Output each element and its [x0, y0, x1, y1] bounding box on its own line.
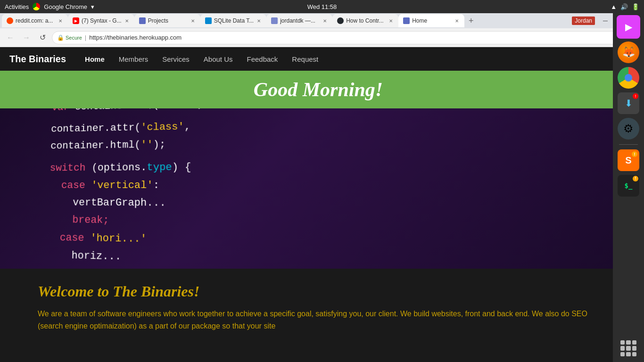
youtube-favicon: ▶: [73, 17, 79, 24]
tab-github[interactable]: How to Contr... ✕: [332, 14, 398, 27]
clock: Wed 11:58: [307, 3, 337, 10]
secure-text: Secure: [66, 35, 82, 41]
welcome-title: Welcome to The Binaries!: [38, 283, 599, 300]
nav-members[interactable]: Members: [119, 55, 149, 63]
website-content: The Binaries Home Members Services About…: [0, 47, 636, 362]
tab-jordan-label: jordantdk —...: [280, 17, 320, 24]
tab-home[interactable]: Home ✕: [398, 14, 464, 27]
tab-sqlite-close[interactable]: ✕: [256, 17, 262, 25]
tab-sqlite-label: SQLite Data T...: [214, 17, 254, 24]
tab-jordan[interactable]: jordantdk —... ✕: [266, 14, 332, 27]
hero-greeting: Good Morning!: [254, 78, 383, 101]
battery-icon: 🔋: [632, 3, 639, 10]
nav-request[interactable]: Request: [292, 55, 318, 63]
user-profile[interactable]: Jordan: [572, 16, 595, 25]
tab-jordan-close[interactable]: ✕: [322, 17, 328, 25]
tab-projects[interactable]: Projects ✕: [134, 14, 200, 27]
dock-app-grid[interactable]: [617, 337, 640, 360]
site-navbar: The Binaries Home Members Services About…: [0, 47, 636, 71]
nav-about[interactable]: About Us: [204, 55, 233, 63]
jordan-favicon: [271, 17, 278, 24]
tab-reddit-label: reddit.com: a...: [16, 17, 55, 24]
tab-projects-label: Projects: [148, 17, 188, 24]
welcome-text: We are a team of software engineers who …: [38, 308, 599, 332]
code-display: var container = $('#...') container.attr…: [46, 108, 206, 269]
app-name-label: Google Chrome: [44, 3, 87, 10]
grid-icon: [618, 337, 639, 359]
hero-banner: Good Morning!: [0, 71, 636, 108]
lock-icon: 🔒: [57, 34, 64, 41]
welcome-section: Welcome to The Binaries! We are a team o…: [0, 269, 636, 362]
tab-github-close[interactable]: ✕: [388, 17, 394, 25]
code-section: var container = $('#...') container.attr…: [0, 108, 636, 269]
tab-bar: reddit.com: a... ✕ ▶ (7) Syntax - G... ✕…: [0, 13, 644, 28]
site-brand[interactable]: The Binaries: [9, 54, 66, 65]
reload-button[interactable]: ↺: [36, 31, 49, 44]
volume-icon: 🔊: [620, 3, 628, 10]
tab-sqlite[interactable]: SQLite Data T... ✕: [200, 14, 267, 27]
tab-projects-close[interactable]: ✕: [190, 17, 196, 25]
dock-media-player[interactable]: [617, 15, 640, 39]
tab-home-label: Home: [412, 17, 452, 24]
code-line-9: break;: [48, 211, 205, 230]
chrome-taskbar-icon: [33, 3, 40, 10]
tab-home-close[interactable]: ✕: [454, 17, 460, 25]
tab-syntax-label: (7) Syntax - G...: [82, 17, 122, 24]
os-taskbar: Activities Google Chrome ▾ Wed 11:58 ▲ 🔊…: [0, 0, 644, 13]
minimize-button[interactable]: ─: [599, 14, 612, 27]
back-button[interactable]: ←: [4, 31, 17, 44]
tab-syntax-close[interactable]: ✕: [124, 17, 130, 25]
url-input[interactable]: 🔒 Secure | https://thebinaries.herokuapp…: [52, 31, 624, 44]
home-favicon: [403, 17, 410, 24]
code-line-8: vertBarGraph...: [49, 194, 205, 213]
code-line-3: container.attr('class',: [51, 118, 204, 138]
code-line-10: case 'hori...': [48, 229, 206, 249]
activities-button[interactable]: Activities: [5, 3, 29, 10]
code-line-7: case 'vertical':: [49, 176, 205, 194]
wifi-icon: ▲: [611, 3, 617, 10]
reddit-favicon: [7, 17, 13, 24]
forward-button[interactable]: →: [20, 31, 33, 44]
nav-home[interactable]: Home: [85, 55, 105, 63]
nav-services[interactable]: Services: [162, 55, 190, 63]
tab-github-label: How to Contr...: [346, 17, 386, 24]
tab-reddit-close[interactable]: ✕: [58, 17, 63, 25]
media-icon: [617, 15, 640, 39]
url-display: https://thebinaries.herokuapp.com: [89, 34, 182, 41]
dropdown-arrow[interactable]: ▾: [91, 3, 94, 10]
code-line-4: container.html('');: [50, 135, 204, 155]
download-badge: !: [633, 93, 638, 99]
dock-chrome[interactable]: [617, 66, 640, 90]
nav-feedback[interactable]: Feedback: [247, 55, 278, 63]
github-favicon: [337, 17, 344, 24]
new-tab-button[interactable]: +: [464, 14, 478, 27]
projects-favicon: [139, 17, 146, 24]
chrome-dock-icon: [618, 67, 639, 89]
tab-reddit[interactable]: reddit.com: a... ✕: [2, 14, 68, 27]
firefox-icon: 🦊: [618, 41, 639, 63]
address-bar: ← → ↺ 🔒 Secure | https://thebinaries.her…: [0, 28, 644, 47]
tab-syntax[interactable]: ▶ (7) Syntax - G... ✕: [68, 14, 134, 27]
code-overlay: var container = $('#...') container.attr…: [0, 108, 636, 269]
dock-firefox[interactable]: 🦊: [617, 41, 640, 64]
sqlite-favicon: [205, 17, 212, 24]
code-line-6: switch (options.type) {: [50, 159, 204, 177]
